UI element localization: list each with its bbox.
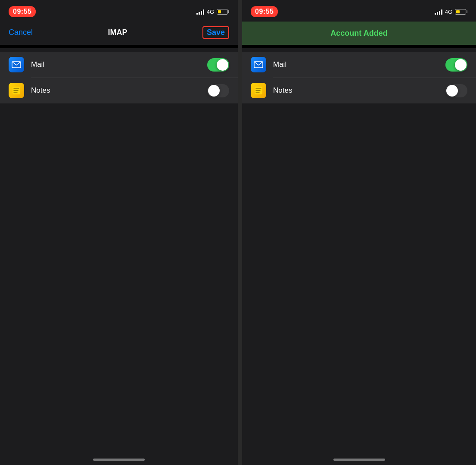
home-indicator-left: [0, 450, 238, 465]
signal-icon-right: [435, 9, 442, 15]
mail-toggle-thumb-left: [217, 59, 228, 71]
notes-app-icon-right: [251, 83, 266, 98]
divider-left: [0, 45, 238, 48]
time-display-right: 09:55: [251, 6, 278, 17]
mail-toggle-left[interactable]: [207, 58, 229, 72]
nav-title-left: IMAP: [108, 28, 127, 37]
mail-toggle-right[interactable]: [445, 58, 467, 72]
time-display-left: 09:55: [9, 6, 36, 17]
battery-icon-left: [217, 9, 229, 15]
notes-toggle-thumb-left: [208, 85, 220, 97]
status-bar-left: 09:55 4G: [0, 0, 238, 22]
mail-label-right: Mail: [273, 60, 445, 69]
mail-app-icon-right: [251, 57, 266, 72]
home-bar-left: [93, 459, 145, 461]
home-bar-right: [333, 459, 385, 461]
mail-row-right: Mail: [242, 52, 476, 78]
notes-label-left: Notes: [31, 86, 207, 95]
account-added-label: Account Added: [330, 29, 387, 38]
notes-app-icon-left: [9, 83, 24, 98]
nav-bar-left: Cancel IMAP Save: [0, 22, 238, 45]
notes-label-right: Notes: [273, 86, 445, 95]
network-label-left: 4G: [207, 9, 214, 15]
status-icons-left: 4G: [196, 9, 229, 15]
notes-row-right: Notes: [242, 78, 476, 103]
network-label-right: 4G: [445, 9, 452, 15]
notes-toggle-left[interactable]: [207, 84, 229, 97]
status-icons-right: 4G: [435, 9, 467, 15]
notes-row-left: Notes: [0, 78, 238, 103]
save-button[interactable]: Save: [202, 26, 229, 39]
mail-row-left: Mail: [0, 52, 238, 78]
mail-toggle-thumb-right: [455, 59, 467, 71]
home-indicator-right: [242, 450, 476, 465]
notes-toggle-thumb-right: [446, 85, 458, 97]
cancel-button[interactable]: Cancel: [9, 28, 33, 37]
left-phone-screen: 09:55 4G Cancel IMAP Save: [0, 0, 238, 465]
account-added-bar: Account Added: [242, 22, 476, 45]
mail-app-icon-left: [9, 57, 24, 72]
mail-label-left: Mail: [31, 60, 207, 69]
settings-list-right: Mail Notes: [242, 52, 476, 103]
settings-list-left: Mail Notes: [0, 52, 238, 103]
battery-icon-right: [455, 9, 467, 15]
divider-right: [242, 45, 476, 48]
right-phone-screen: 09:55 4G Account Added: [238, 0, 476, 465]
signal-icon-left: [196, 9, 204, 15]
notes-toggle-right[interactable]: [445, 84, 467, 97]
status-bar-right: 09:55 4G: [242, 0, 476, 22]
